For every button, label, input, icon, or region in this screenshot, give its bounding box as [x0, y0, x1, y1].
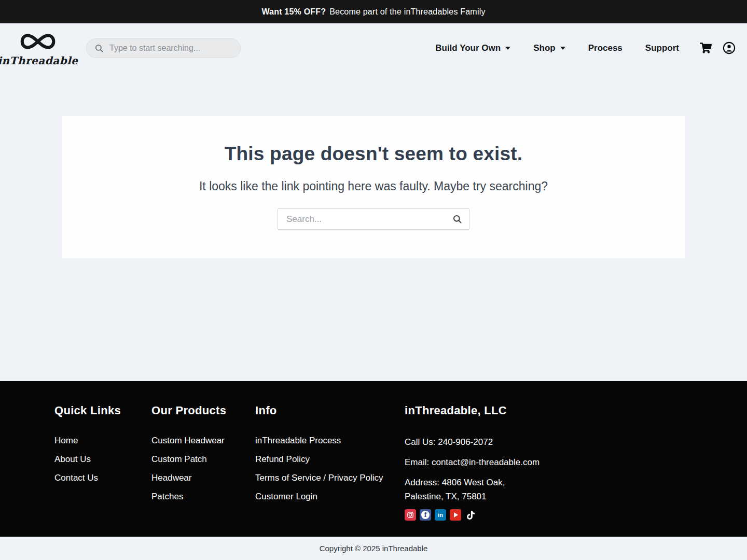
promo-text: Become part of the inThreadables Family [329, 7, 485, 17]
footer-link-contact-us[interactable]: Contact Us [54, 472, 151, 484]
main-nav: Build Your Own Shop Process Support [435, 43, 679, 53]
nav-build-your-own[interactable]: Build Your Own [435, 43, 510, 53]
footer-link-process[interactable]: inThreadable Process [255, 435, 405, 446]
header-search-input[interactable] [109, 44, 232, 53]
promo-highlight: Want 15% OFF? [261, 7, 326, 17]
nav-label: Build Your Own [435, 43, 501, 53]
search-icon [452, 214, 462, 224]
footer-link-refund-policy[interactable]: Refund Policy [255, 454, 405, 465]
cart-icon[interactable] [700, 43, 712, 53]
facebook-glyph: f [421, 511, 430, 519]
infinity-logo-icon [16, 30, 60, 55]
page-search-form [278, 208, 469, 230]
nav-process[interactable]: Process [588, 43, 622, 53]
tiktok-icon[interactable] [465, 509, 476, 521]
not-found-card: This page doesn't seem to exist. It look… [62, 116, 685, 258]
main-content: This page doesn't seem to exist. It look… [0, 73, 747, 381]
nav-label: Shop [533, 43, 556, 53]
youtube-icon[interactable] [450, 509, 461, 521]
copyright-text: Copyright © 2025 inThreadable [320, 544, 428, 553]
footer-link-terms-privacy[interactable]: Terms of Service / Privacy Policy [255, 472, 405, 484]
page-subtitle: It looks like the link pointing here was… [199, 179, 548, 193]
footer-link-customer-login[interactable]: Customer Login [255, 491, 405, 502]
footer-heading: Quick Links [54, 404, 151, 417]
footer-link-headwear[interactable]: Headwear [151, 472, 255, 484]
linkedin-icon[interactable]: in [435, 509, 446, 521]
header-search[interactable] [86, 38, 241, 58]
footer-heading: Our Products [151, 404, 255, 417]
chevron-down-icon [505, 47, 510, 50]
chevron-down-icon [560, 47, 565, 50]
footer-col-info: Info inThreadable Process Refund Policy … [255, 404, 405, 537]
site-logo[interactable]: inThreadable [6, 30, 70, 67]
youtube-play-glyph [454, 512, 458, 517]
facebook-icon[interactable]: f [420, 509, 431, 521]
page-title: This page doesn't seem to exist. [225, 143, 522, 165]
site-footer: Quick Links Home About Us Contact Us Our… [0, 381, 747, 537]
footer-link-patches[interactable]: Patches [151, 491, 255, 502]
nav-label: Support [645, 43, 679, 53]
footer-phone: Call Us: 240-906-2072 [405, 435, 747, 449]
copyright-bar: Copyright © 2025 inThreadable [0, 537, 747, 560]
header-icons [700, 41, 736, 54]
footer-heading: inThreadable, LLC [405, 404, 747, 417]
footer-col-our-products: Our Products Custom Headwear Custom Patc… [151, 404, 255, 537]
page-search-submit-button[interactable] [445, 209, 469, 229]
social-links: f in [405, 509, 747, 521]
nav-label: Process [588, 43, 622, 53]
account-icon[interactable] [723, 41, 736, 54]
footer-address-line2: Palestine, TX, 75801 [405, 489, 747, 503]
page-search-input[interactable] [278, 214, 445, 225]
search-icon [94, 44, 104, 53]
nav-support[interactable]: Support [645, 43, 679, 53]
footer-col-quick-links: Quick Links Home About Us Contact Us [54, 404, 151, 537]
logo-wordmark: inThreadable [0, 54, 78, 67]
instagram-icon[interactable] [405, 509, 416, 521]
footer-link-custom-patch[interactable]: Custom Patch [151, 454, 255, 465]
footer-link-home[interactable]: Home [54, 435, 151, 446]
footer-col-company: inThreadable, LLC Call Us: 240-906-2072 … [405, 404, 747, 537]
footer-link-about-us[interactable]: About Us [54, 454, 151, 465]
footer-link-custom-headwear[interactable]: Custom Headwear [151, 435, 255, 446]
footer-address-line1: Address: 4806 West Oak, [405, 475, 747, 489]
footer-email: Email: contact@in-threadable.com [405, 455, 747, 469]
promo-banner: Want 15% OFF? Become part of the inThrea… [0, 0, 747, 23]
nav-shop[interactable]: Shop [533, 43, 565, 53]
footer-heading: Info [255, 404, 405, 417]
site-header: inThreadable Build Your Own Shop Process… [0, 23, 747, 73]
